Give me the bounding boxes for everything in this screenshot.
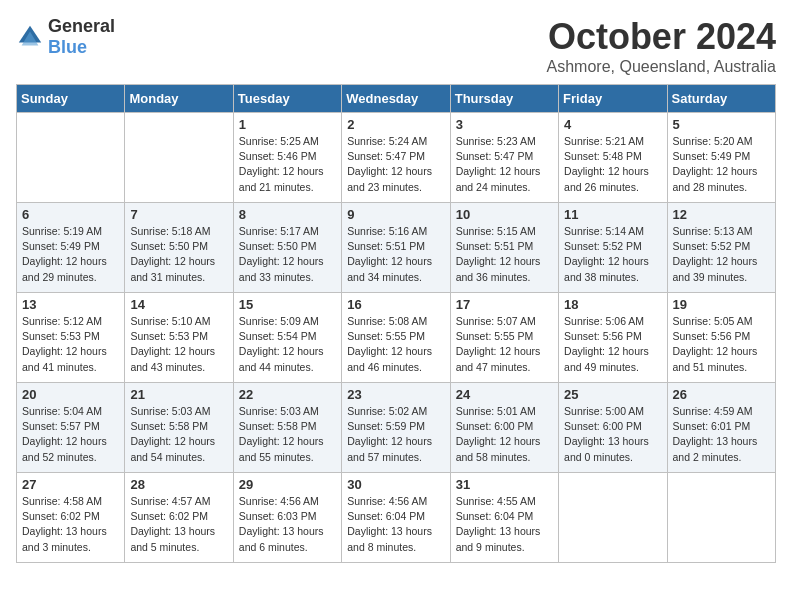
day-info: Sunrise: 5:01 AM Sunset: 6:00 PM Dayligh… <box>456 404 553 465</box>
calendar-day-cell: 21Sunrise: 5:03 AM Sunset: 5:58 PM Dayli… <box>125 383 233 473</box>
day-number: 3 <box>456 117 553 132</box>
day-number: 8 <box>239 207 336 222</box>
day-number: 9 <box>347 207 444 222</box>
day-number: 1 <box>239 117 336 132</box>
day-number: 26 <box>673 387 770 402</box>
day-number: 31 <box>456 477 553 492</box>
calendar-day-cell: 24Sunrise: 5:01 AM Sunset: 6:00 PM Dayli… <box>450 383 558 473</box>
logo-blue-text: Blue <box>48 37 87 57</box>
calendar-day-cell: 16Sunrise: 5:08 AM Sunset: 5:55 PM Dayli… <box>342 293 450 383</box>
calendar-day-cell: 7Sunrise: 5:18 AM Sunset: 5:50 PM Daylig… <box>125 203 233 293</box>
calendar-week-row: 20Sunrise: 5:04 AM Sunset: 5:57 PM Dayli… <box>17 383 776 473</box>
calendar-day-cell <box>559 473 667 563</box>
logo-icon <box>16 23 44 51</box>
day-info: Sunrise: 5:12 AM Sunset: 5:53 PM Dayligh… <box>22 314 119 375</box>
day-number: 12 <box>673 207 770 222</box>
calendar-day-cell: 17Sunrise: 5:07 AM Sunset: 5:55 PM Dayli… <box>450 293 558 383</box>
day-number: 4 <box>564 117 661 132</box>
day-number: 23 <box>347 387 444 402</box>
day-info: Sunrise: 5:10 AM Sunset: 5:53 PM Dayligh… <box>130 314 227 375</box>
day-info: Sunrise: 5:00 AM Sunset: 6:00 PM Dayligh… <box>564 404 661 465</box>
day-info: Sunrise: 4:56 AM Sunset: 6:03 PM Dayligh… <box>239 494 336 555</box>
day-info: Sunrise: 5:03 AM Sunset: 5:58 PM Dayligh… <box>239 404 336 465</box>
day-number: 15 <box>239 297 336 312</box>
calendar-day-cell: 20Sunrise: 5:04 AM Sunset: 5:57 PM Dayli… <box>17 383 125 473</box>
day-info: Sunrise: 5:09 AM Sunset: 5:54 PM Dayligh… <box>239 314 336 375</box>
calendar-day-cell <box>125 113 233 203</box>
day-info: Sunrise: 5:20 AM Sunset: 5:49 PM Dayligh… <box>673 134 770 195</box>
day-info: Sunrise: 5:14 AM Sunset: 5:52 PM Dayligh… <box>564 224 661 285</box>
day-info: Sunrise: 5:16 AM Sunset: 5:51 PM Dayligh… <box>347 224 444 285</box>
location-title: Ashmore, Queensland, Australia <box>547 58 776 76</box>
logo: General Blue <box>16 16 115 58</box>
day-number: 2 <box>347 117 444 132</box>
weekday-header: Thursday <box>450 85 558 113</box>
calendar-day-cell: 10Sunrise: 5:15 AM Sunset: 5:51 PM Dayli… <box>450 203 558 293</box>
day-number: 14 <box>130 297 227 312</box>
day-number: 5 <box>673 117 770 132</box>
day-number: 20 <box>22 387 119 402</box>
title-block: October 2024 Ashmore, Queensland, Austra… <box>547 16 776 76</box>
day-info: Sunrise: 5:24 AM Sunset: 5:47 PM Dayligh… <box>347 134 444 195</box>
weekday-header: Tuesday <box>233 85 341 113</box>
day-number: 13 <box>22 297 119 312</box>
day-number: 7 <box>130 207 227 222</box>
day-info: Sunrise: 4:59 AM Sunset: 6:01 PM Dayligh… <box>673 404 770 465</box>
day-info: Sunrise: 5:25 AM Sunset: 5:46 PM Dayligh… <box>239 134 336 195</box>
calendar-week-row: 6Sunrise: 5:19 AM Sunset: 5:49 PM Daylig… <box>17 203 776 293</box>
day-info: Sunrise: 5:13 AM Sunset: 5:52 PM Dayligh… <box>673 224 770 285</box>
calendar-day-cell: 27Sunrise: 4:58 AM Sunset: 6:02 PM Dayli… <box>17 473 125 563</box>
calendar-day-cell: 4Sunrise: 5:21 AM Sunset: 5:48 PM Daylig… <box>559 113 667 203</box>
calendar-day-cell: 5Sunrise: 5:20 AM Sunset: 5:49 PM Daylig… <box>667 113 775 203</box>
day-info: Sunrise: 5:03 AM Sunset: 5:58 PM Dayligh… <box>130 404 227 465</box>
calendar-day-cell: 12Sunrise: 5:13 AM Sunset: 5:52 PM Dayli… <box>667 203 775 293</box>
calendar-day-cell: 25Sunrise: 5:00 AM Sunset: 6:00 PM Dayli… <box>559 383 667 473</box>
calendar-day-cell: 19Sunrise: 5:05 AM Sunset: 5:56 PM Dayli… <box>667 293 775 383</box>
calendar-day-cell: 30Sunrise: 4:56 AM Sunset: 6:04 PM Dayli… <box>342 473 450 563</box>
day-info: Sunrise: 4:56 AM Sunset: 6:04 PM Dayligh… <box>347 494 444 555</box>
calendar-day-cell: 9Sunrise: 5:16 AM Sunset: 5:51 PM Daylig… <box>342 203 450 293</box>
calendar-day-cell <box>17 113 125 203</box>
calendar-day-cell: 2Sunrise: 5:24 AM Sunset: 5:47 PM Daylig… <box>342 113 450 203</box>
calendar-day-cell: 13Sunrise: 5:12 AM Sunset: 5:53 PM Dayli… <box>17 293 125 383</box>
calendar-day-cell: 22Sunrise: 5:03 AM Sunset: 5:58 PM Dayli… <box>233 383 341 473</box>
weekday-header: Monday <box>125 85 233 113</box>
calendar-day-cell <box>667 473 775 563</box>
day-number: 6 <box>22 207 119 222</box>
day-info: Sunrise: 5:17 AM Sunset: 5:50 PM Dayligh… <box>239 224 336 285</box>
day-info: Sunrise: 5:21 AM Sunset: 5:48 PM Dayligh… <box>564 134 661 195</box>
day-info: Sunrise: 5:18 AM Sunset: 5:50 PM Dayligh… <box>130 224 227 285</box>
page-header: General Blue October 2024 Ashmore, Queen… <box>16 16 776 76</box>
day-number: 27 <box>22 477 119 492</box>
logo-general-text: General <box>48 16 115 36</box>
weekday-header: Saturday <box>667 85 775 113</box>
calendar-day-cell: 18Sunrise: 5:06 AM Sunset: 5:56 PM Dayli… <box>559 293 667 383</box>
weekday-header: Sunday <box>17 85 125 113</box>
calendar-day-cell: 1Sunrise: 5:25 AM Sunset: 5:46 PM Daylig… <box>233 113 341 203</box>
calendar-day-cell: 15Sunrise: 5:09 AM Sunset: 5:54 PM Dayli… <box>233 293 341 383</box>
calendar-day-cell: 26Sunrise: 4:59 AM Sunset: 6:01 PM Dayli… <box>667 383 775 473</box>
day-info: Sunrise: 5:06 AM Sunset: 5:56 PM Dayligh… <box>564 314 661 375</box>
day-number: 29 <box>239 477 336 492</box>
calendar-week-row: 1Sunrise: 5:25 AM Sunset: 5:46 PM Daylig… <box>17 113 776 203</box>
day-info: Sunrise: 4:57 AM Sunset: 6:02 PM Dayligh… <box>130 494 227 555</box>
calendar-day-cell: 23Sunrise: 5:02 AM Sunset: 5:59 PM Dayli… <box>342 383 450 473</box>
day-number: 22 <box>239 387 336 402</box>
calendar-day-cell: 14Sunrise: 5:10 AM Sunset: 5:53 PM Dayli… <box>125 293 233 383</box>
weekday-header: Friday <box>559 85 667 113</box>
calendar-day-cell: 6Sunrise: 5:19 AM Sunset: 5:49 PM Daylig… <box>17 203 125 293</box>
day-number: 16 <box>347 297 444 312</box>
calendar-day-cell: 8Sunrise: 5:17 AM Sunset: 5:50 PM Daylig… <box>233 203 341 293</box>
calendar-day-cell: 28Sunrise: 4:57 AM Sunset: 6:02 PM Dayli… <box>125 473 233 563</box>
calendar-day-cell: 29Sunrise: 4:56 AM Sunset: 6:03 PM Dayli… <box>233 473 341 563</box>
weekday-header: Wednesday <box>342 85 450 113</box>
calendar-header-row: SundayMondayTuesdayWednesdayThursdayFrid… <box>17 85 776 113</box>
day-number: 21 <box>130 387 227 402</box>
day-info: Sunrise: 5:15 AM Sunset: 5:51 PM Dayligh… <box>456 224 553 285</box>
day-number: 30 <box>347 477 444 492</box>
day-number: 11 <box>564 207 661 222</box>
calendar-week-row: 27Sunrise: 4:58 AM Sunset: 6:02 PM Dayli… <box>17 473 776 563</box>
day-info: Sunrise: 5:02 AM Sunset: 5:59 PM Dayligh… <box>347 404 444 465</box>
day-number: 24 <box>456 387 553 402</box>
calendar-week-row: 13Sunrise: 5:12 AM Sunset: 5:53 PM Dayli… <box>17 293 776 383</box>
